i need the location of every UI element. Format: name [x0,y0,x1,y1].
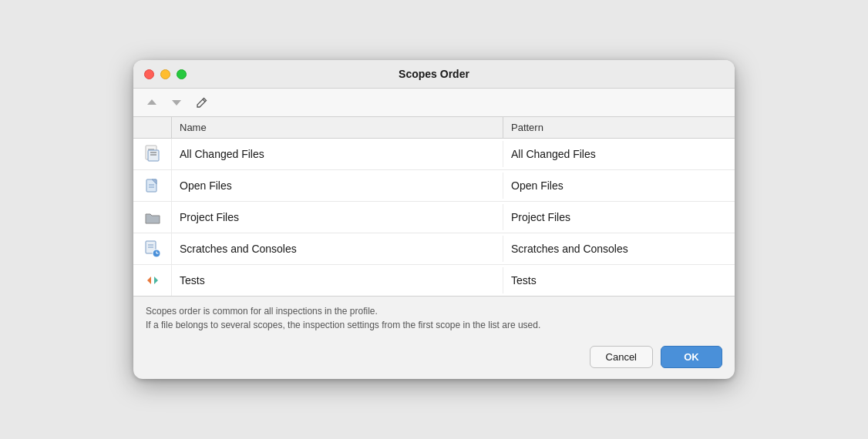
header-name-col: Name [172,117,503,138]
toolbar [133,89,735,117]
edit-button[interactable] [190,93,212,112]
row-name-open-files: Open Files [172,173,503,199]
row-name-all-changed: All Changed Files [172,141,503,167]
row-pattern-scratches: Scratches and Consoles [503,236,735,262]
project-files-icon [144,208,161,226]
header-pattern-col: Pattern [503,117,735,138]
svg-marker-20 [147,276,151,284]
footer-line2: If a file belongs to several scopes, the… [146,318,722,332]
svg-rect-7 [148,150,159,161]
edit-icon [196,97,207,109]
table-header: Name Pattern [133,117,735,139]
table-row[interactable]: Project Files Project Files [133,202,735,233]
move-up-button[interactable] [141,93,163,112]
all-changed-files-icon [144,145,161,163]
row-pattern-tests: Tests [503,267,735,293]
svg-marker-0 [147,99,156,105]
scratches-icon [144,240,161,258]
title-bar: Scopes Order [133,60,735,89]
footer-text: Scopes order is common for all inspectio… [133,297,735,338]
tests-icon [144,271,161,290]
scopes-table: Name Pattern All Changed Files All Chang… [133,117,735,297]
footer-line1: Scopes order is common for all inspectio… [146,304,722,318]
table-row[interactable]: Scratches and Consoles Scratches and Con… [133,233,735,265]
row-icon-open-files [133,170,172,201]
row-icon-scratches [133,233,172,264]
row-name-project-files: Project Files [172,204,503,230]
svg-marker-21 [154,276,158,284]
table-row[interactable]: All Changed Files All Changed Files [133,139,735,170]
maximize-button[interactable] [177,69,187,79]
button-row: Cancel OK [133,338,735,379]
row-pattern-open-files: Open Files [503,173,735,199]
row-pattern-all-changed: All Changed Files [503,141,735,167]
row-icon-all-changed [133,139,172,169]
ok-button[interactable]: OK [661,346,722,368]
minimize-button[interactable] [160,69,170,79]
row-name-tests: Tests [172,267,503,293]
dialog-title: Scopes Order [399,68,469,80]
open-files-icon [144,176,161,195]
cancel-button[interactable]: Cancel [590,346,653,368]
row-pattern-project-files: Project Files [503,204,735,230]
move-down-button[interactable] [166,93,187,112]
svg-marker-1 [172,100,181,106]
row-icon-project-files [133,202,172,233]
table-row[interactable]: Tests Tests [133,265,735,296]
row-name-scratches: Scratches and Consoles [172,236,503,262]
traffic-lights [144,69,187,79]
row-icon-tests [133,265,172,296]
table-row[interactable]: Open Files Open Files [133,170,735,202]
header-icon-col [133,117,172,138]
move-up-icon [146,97,157,108]
move-down-icon [171,97,182,108]
close-button[interactable] [144,69,154,79]
scopes-order-dialog: Scopes Order Name Pattern [133,60,735,379]
